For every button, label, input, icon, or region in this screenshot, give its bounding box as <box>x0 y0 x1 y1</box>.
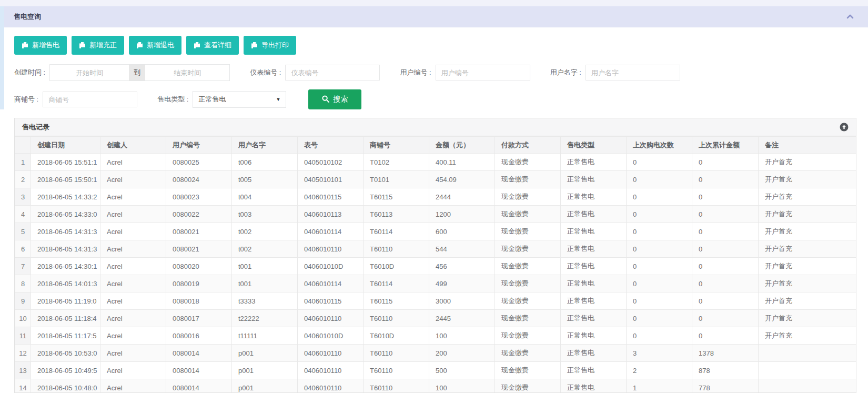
table-cell: 现金缴费 <box>495 327 561 345</box>
table-row[interactable]: 132018-06-05 10:49:5Acrel0080014p0010406… <box>15 362 857 379</box>
table-cell: 1 <box>627 379 692 393</box>
records-table-head: 创建日期创建人用户编号用户名字表号商铺号金额（元）付款方式售电类型上次购电次数上… <box>15 137 857 154</box>
table-cell: 200 <box>429 345 495 362</box>
search-button-label: 搜索 <box>333 95 348 104</box>
start-time-input[interactable] <box>50 65 129 80</box>
file-icon <box>251 42 258 49</box>
table-row[interactable]: 82018-06-05 14:01:3Acrel0080019t00104060… <box>15 275 857 292</box>
meter-no-input[interactable] <box>285 65 380 80</box>
table-cell: 现金缴费 <box>495 310 561 327</box>
meter-no-label: 仪表编号 : <box>250 68 281 77</box>
table-cell: 0080018 <box>166 292 232 310</box>
export-print-button[interactable]: 导出打印 <box>244 36 296 55</box>
table-cell: 开户首充 <box>759 240 857 258</box>
user-name-input[interactable] <box>586 65 680 80</box>
table-cell: 0080023 <box>166 188 232 206</box>
table-cell: 1200 <box>429 206 495 223</box>
row-index-cell: 2 <box>15 171 31 188</box>
table-cell: Acrel <box>100 154 166 171</box>
table-cell: 0 <box>627 154 692 171</box>
table-cell: 0406010115 <box>298 188 364 206</box>
shop-no-input[interactable] <box>43 92 137 107</box>
table-cell: 开户首充 <box>759 171 857 188</box>
records-panel-title: 售电记录 <box>22 123 49 132</box>
column-header: 表号 <box>298 137 364 154</box>
table-row[interactable]: 52018-06-05 14:31:3Acrel0080021t00204060… <box>15 223 857 240</box>
table-cell <box>759 345 857 362</box>
table-cell: 0 <box>692 223 759 240</box>
table-cell: 0 <box>692 240 759 258</box>
table-cell: 2018-06-05 14:33:2 <box>31 188 100 206</box>
add-sale-button[interactable]: 新增售电 <box>14 36 67 55</box>
table-row[interactable]: 122018-06-05 10:53:0Acrel0080014p0010406… <box>15 345 857 362</box>
row-index-cell: 6 <box>15 240 31 258</box>
column-header: 上次购电次数 <box>627 137 692 154</box>
table-cell: T60110 <box>364 362 429 379</box>
sale-type-selected-value: 正常售电 <box>198 95 226 104</box>
table-cell: 开户首充 <box>759 154 857 171</box>
end-time-input[interactable] <box>145 65 229 80</box>
toolbar-button-label: 新增充正 <box>89 41 117 50</box>
add-recharge-button[interactable]: 新增充正 <box>72 36 124 55</box>
table-row[interactable]: 32018-06-05 14:33:2Acrel0080023t00404060… <box>15 188 857 206</box>
table-cell: 正常售电 <box>561 345 627 362</box>
column-header: 备注 <box>759 137 857 154</box>
table-row[interactable]: 142018-06-05 10:48:0Acrel0080014p0010406… <box>15 379 857 393</box>
column-header: 售电类型 <box>561 137 627 154</box>
table-cell: T60110 <box>364 379 429 393</box>
add-refund-button[interactable]: 新增退电 <box>129 36 181 55</box>
filter-row-2: 商铺号 : 售电类型 : 正常售电 ▼ 搜索 <box>14 89 868 109</box>
table-row[interactable]: 12018-06-05 15:51:1Acrel0080025t00604050… <box>15 154 857 171</box>
table-row[interactable]: 112018-06-05 11:17:5Acrel0080016t1111104… <box>15 327 857 345</box>
table-cell: 现金缴费 <box>495 188 561 206</box>
sale-type-select[interactable]: 正常售电 ▼ <box>193 91 286 108</box>
table-cell: 0 <box>692 275 759 292</box>
table-cell: 040601010D <box>298 258 364 275</box>
table-row[interactable]: 62018-06-05 14:31:3Acrel0080021t00204060… <box>15 240 857 258</box>
user-no-input[interactable] <box>436 65 530 80</box>
table-cell: Acrel <box>100 327 166 345</box>
table-cell: 0 <box>627 258 692 275</box>
table-cell: 现金缴费 <box>495 206 561 223</box>
table-cell: T6010D <box>364 258 429 275</box>
table-cell: 正常售电 <box>561 240 627 258</box>
table-cell: 0 <box>692 171 759 188</box>
table-row[interactable]: 92018-06-05 11:19:0Acrel0080018t33330406… <box>15 292 857 310</box>
table-row[interactable]: 72018-06-05 14:30:1Acrel0080020t00104060… <box>15 258 857 275</box>
table-cell: 0080021 <box>166 240 232 258</box>
search-button[interactable]: 搜索 <box>308 89 361 109</box>
table-cell: 778 <box>692 379 759 393</box>
row-index-cell: 5 <box>15 223 31 240</box>
records-table: 创建日期创建人用户编号用户名字表号商铺号金额（元）付款方式售电类型上次购电次数上… <box>15 136 856 393</box>
table-cell: 0080024 <box>166 171 232 188</box>
toolbar-button-label: 新增退电 <box>147 41 174 50</box>
table-cell: 2018-06-05 14:01:3 <box>31 275 100 292</box>
chevron-up-icon[interactable] <box>846 13 854 21</box>
table-cell: 现金缴费 <box>495 275 561 292</box>
table-cell: 3 <box>627 345 692 362</box>
table-cell: 0080017 <box>166 310 232 327</box>
table-cell: T60110 <box>364 240 429 258</box>
table-cell: 开户首充 <box>759 188 857 206</box>
table-cell: 正常售电 <box>561 275 627 292</box>
table-row[interactable]: 102018-06-05 11:18:4Acrel0080017t2222204… <box>15 310 857 327</box>
table-row[interactable]: 42018-06-05 14:33:0Acrel0080022t00304060… <box>15 206 857 223</box>
table-cell: 2018-06-05 14:31:3 <box>31 223 100 240</box>
column-header: 上次累计金额 <box>692 137 759 154</box>
table-cell: Acrel <box>100 275 166 292</box>
table-cell: 开户首充 <box>759 310 857 327</box>
table-cell: 0080022 <box>166 206 232 223</box>
table-cell: 0406010115 <box>298 292 364 310</box>
table-cell: 0 <box>627 223 692 240</box>
toolbar: 新增售电新增充正新增退电查看详细导出打印 <box>0 27 868 55</box>
table-row[interactable]: 22018-06-05 15:50:1Acrel0080024t00504050… <box>15 171 857 188</box>
column-header: 付款方式 <box>495 137 561 154</box>
collapse-circle-up-icon[interactable] <box>840 123 849 132</box>
table-cell: T60114 <box>364 223 429 240</box>
column-header: 用户编号 <box>166 137 232 154</box>
table-cell: 0406010114 <box>298 223 364 240</box>
view-detail-button[interactable]: 查看详细 <box>186 36 239 55</box>
table-cell: 0080020 <box>166 258 232 275</box>
table-cell: 0406010110 <box>298 240 364 258</box>
content-area: 新增售电新增充正新增退电查看详细导出打印 创建时间 : 到 仪表编号 : 用户编… <box>0 27 868 393</box>
